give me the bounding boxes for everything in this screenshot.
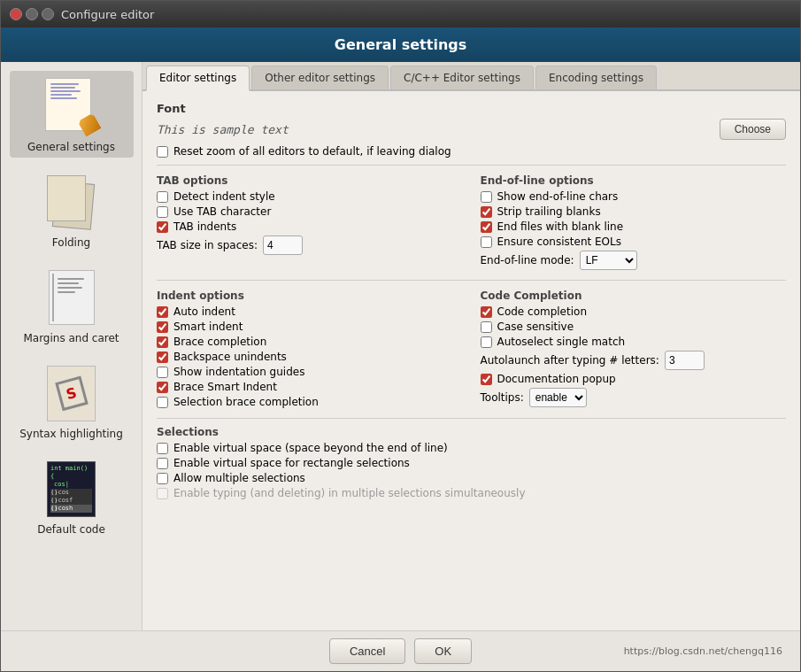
auto-indent-row: Auto indent (157, 305, 463, 318)
cancel-button[interactable]: Cancel (329, 638, 405, 664)
multiple-sel-row: Allow multiple selections (157, 472, 786, 484)
tab-size-input[interactable] (263, 236, 303, 255)
enable-typing-label: Enable typing (and deleting) in multiple… (173, 487, 526, 499)
tab-content-editor: Font This is sample text Choose Reset zo… (142, 91, 800, 630)
eol-mode-select[interactable]: LF CR CR+LF (580, 251, 637, 270)
autolaunch-label: Autolaunch after typing # letters: (481, 354, 659, 367)
multiple-sel-label: Allow multiple selections (173, 472, 305, 484)
brace-smart-indent-label: Brace Smart Indent (173, 381, 277, 393)
close-button[interactable] (10, 8, 22, 20)
auto-indent-checkbox[interactable] (157, 306, 168, 318)
font-section-label: Font (157, 102, 786, 115)
ensure-eols-label: Ensure consistent EOLs (497, 236, 621, 248)
tab-cpp-settings[interactable]: C/C++ Editor settings (390, 66, 534, 89)
ok-button[interactable]: OK (414, 638, 472, 664)
ensure-eols-checkbox[interactable] (481, 236, 492, 248)
tooltips-row: Tooltips: enable disable (481, 388, 787, 407)
multiple-sel-checkbox[interactable] (157, 473, 168, 484)
strip-trailing-row: Strip trailing blanks (481, 205, 787, 218)
syntax-icon: S (41, 362, 103, 424)
strip-trailing-checkbox[interactable] (481, 206, 492, 218)
virtual-space-checkbox[interactable] (157, 443, 168, 454)
font-row: This is sample text Choose (157, 119, 786, 140)
maximize-button[interactable] (42, 8, 54, 20)
show-eol-checkbox[interactable] (481, 191, 492, 203)
doc-popup-checkbox[interactable] (481, 374, 492, 385)
use-tab-row: Use TAB character (157, 205, 463, 218)
virtual-rect-checkbox[interactable] (157, 458, 168, 469)
code-completion-label: Code Completion (481, 290, 787, 302)
header-title: General settings (335, 36, 467, 53)
autoselect-single-row: Autoselect single match (481, 336, 787, 348)
backspace-unindents-checkbox[interactable] (157, 351, 168, 363)
sidebar-item-margins[interactable]: Margins and caret (10, 262, 134, 349)
end-blank-line-label: End files with blank line (497, 220, 624, 233)
tab-editor-settings[interactable]: Editor settings (146, 66, 250, 91)
brace-smart-indent-checkbox[interactable] (157, 382, 168, 393)
eol-mode-row: End-of-line mode: LF CR CR+LF (481, 251, 787, 270)
code-completion-chk-label: Code completion (497, 305, 587, 318)
window-controls (10, 8, 54, 20)
end-blank-line-row: End files with blank line (481, 220, 787, 233)
indent-options-col: Indent options Auto indent Smart indent … (157, 290, 463, 411)
tooltips-select[interactable]: enable disable (529, 388, 587, 407)
smart-indent-label: Smart indent (173, 321, 243, 333)
tab-options-label: TAB options (157, 174, 463, 187)
use-tab-label: Use TAB character (173, 205, 271, 218)
end-blank-line-checkbox[interactable] (481, 221, 492, 233)
case-sensitive-row: Case sensitive (481, 321, 787, 333)
detect-indent-label: Detect indent style (173, 190, 275, 203)
sidebar-item-default[interactable]: int main() { cos| ❴❵cos ❴❵cosf ❴❵cosh De… (10, 453, 134, 540)
content-area: Editor settings Other editor settings C/… (142, 62, 800, 630)
autoselect-single-checkbox[interactable] (481, 336, 492, 348)
sidebar-label-folding: Folding (52, 236, 90, 249)
header-bar: General settings (1, 27, 800, 62)
backspace-unindents-row: Backspace unindents (157, 351, 463, 363)
virtual-rect-row: Enable virtual space for rectangle selec… (157, 457, 786, 469)
autolaunch-input[interactable] (665, 351, 705, 370)
tab-indents-checkbox[interactable] (157, 221, 168, 233)
ensure-eols-row: Ensure consistent EOLs (481, 236, 787, 248)
sidebar-item-syntax[interactable]: S Syntax highlighting (10, 358, 134, 444)
main-area: General settings Folding (1, 62, 800, 630)
folding-icon (41, 171, 103, 233)
code-completion-checkbox[interactable] (481, 306, 492, 318)
tab-encoding-settings[interactable]: Encoding settings (535, 66, 657, 89)
choose-font-button[interactable]: Choose (720, 119, 786, 140)
selections-section: Selections Enable virtual space (space b… (157, 426, 786, 499)
use-tab-checkbox[interactable] (157, 206, 168, 218)
smart-indent-row: Smart indent (157, 321, 463, 333)
show-eol-label: Show end-of-line chars (497, 190, 619, 203)
tab-bar: Editor settings Other editor settings C/… (142, 62, 800, 91)
sidebar-item-general[interactable]: General settings (10, 71, 134, 158)
show-indent-guides-checkbox[interactable] (157, 367, 168, 378)
detect-indent-checkbox[interactable] (157, 191, 168, 203)
brace-completion-checkbox[interactable] (157, 336, 168, 348)
reset-zoom-checkbox[interactable] (157, 146, 168, 158)
enable-typing-row: Enable typing (and deleting) in multiple… (157, 487, 786, 499)
general-settings-icon (41, 75, 103, 137)
eol-mode-label: End-of-line mode: (481, 254, 574, 266)
brace-completion-label: Brace completion (173, 336, 266, 348)
smart-indent-checkbox[interactable] (157, 321, 168, 333)
autoselect-single-label: Autoselect single match (497, 336, 626, 348)
tab-eol-columns: TAB options Detect indent style Use TAB … (157, 174, 786, 273)
selection-brace-label: Selection brace completion (173, 396, 319, 408)
tab-other-settings[interactable]: Other editor settings (251, 66, 389, 89)
strip-trailing-label: Strip trailing blanks (497, 205, 601, 218)
brace-smart-indent-row: Brace Smart Indent (157, 381, 463, 393)
footer-url: https://blog.csdn.net/chengq116 (624, 645, 782, 657)
tab-size-row: TAB size in spaces: (157, 236, 463, 255)
virtual-rect-label: Enable virtual space for rectangle selec… (173, 457, 410, 469)
tooltips-label: Tooltips: (481, 391, 524, 404)
tab-indents-label: TAB indents (173, 220, 236, 233)
sidebar-item-folding[interactable]: Folding (10, 166, 134, 253)
selection-brace-row: Selection brace completion (157, 396, 463, 408)
font-sample: This is sample text (157, 123, 711, 136)
autolaunch-row: Autolaunch after typing # letters: (481, 351, 787, 370)
minimize-button[interactable] (26, 8, 38, 20)
selection-brace-checkbox[interactable] (157, 397, 168, 408)
auto-indent-label: Auto indent (173, 305, 235, 318)
case-sensitive-checkbox[interactable] (481, 321, 492, 333)
window: Configure editor General settings (0, 0, 801, 672)
